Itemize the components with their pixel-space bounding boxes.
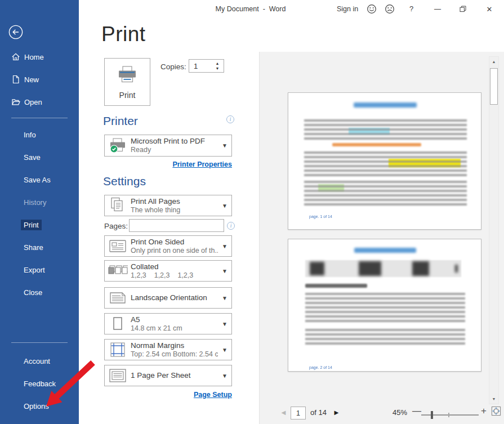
blurred-document-title: [354, 248, 416, 253]
print-all-pages-icon: [105, 197, 131, 215]
collation-dropdown[interactable]: Collated 1,2,3 1,2,3 1,2,3 ▼: [104, 260, 232, 282]
paper-size-icon: [105, 315, 131, 332]
sidebar-item-home[interactable]: Home: [0, 50, 79, 64]
printer-info-icon: i: [226, 115, 234, 123]
zoom-level-label: 45%: [393, 408, 407, 417]
one-sided-icon: [105, 238, 131, 255]
zoom-in-button[interactable]: +: [481, 405, 487, 417]
blurred-paragraph: [304, 119, 467, 142]
sidebar-item-history: History: [0, 195, 79, 209]
preview-page-2: page. 2 of 14: [288, 239, 481, 372]
copies-input[interactable]: [189, 60, 212, 72]
sidebar-item-open[interactable]: Open: [0, 95, 79, 109]
paper-size-dropdown[interactable]: A5 14.8 cm x 21 cm ▼: [104, 313, 232, 334]
scroll-down-icon[interactable]: ▼: [489, 394, 498, 404]
sidebar-item-save[interactable]: Save: [0, 150, 79, 164]
printer-status: Ready: [131, 146, 218, 154]
smiley-feedback-icon[interactable]: [367, 4, 377, 14]
settings-section-heading: Settings: [103, 175, 146, 188]
blurred-document-title: [354, 102, 417, 108]
pages-per-sheet-icon: [105, 367, 131, 384]
blurred-table-header: [305, 260, 461, 277]
sidebar-item-save-as[interactable]: Save As: [0, 173, 79, 186]
scroll-up-icon[interactable]: ▲: [489, 57, 498, 66]
home-icon: [11, 52, 20, 61]
copies-stepper: ▲ ▼: [189, 59, 224, 73]
blurred-paragraph: [305, 329, 465, 346]
chevron-down-icon: ▼: [218, 243, 231, 249]
previous-page-icon[interactable]: ◄: [280, 408, 287, 417]
zoom-out-button[interactable]: —: [412, 406, 421, 416]
preview-page-1: page. 1 of 14: [288, 92, 481, 230]
copies-label: Copies:: [160, 63, 186, 71]
spin-up-icon[interactable]: ▲: [213, 61, 221, 66]
page-count-label: of 14: [310, 408, 327, 417]
sign-in-button[interactable]: Sign in: [337, 5, 358, 13]
page-footer: page. 1 of 14: [309, 215, 332, 218]
printer-section-heading: Printer: [103, 114, 138, 128]
sidebar-item-close[interactable]: Close: [0, 285, 79, 299]
next-page-icon[interactable]: ►: [333, 408, 340, 417]
duplex-dropdown[interactable]: Print One Sided Only print on one side o…: [104, 235, 232, 257]
chevron-down-icon: ▼: [218, 373, 231, 379]
preview-scrollbar[interactable]: ▲ ▼: [489, 56, 499, 404]
collated-icon: [105, 264, 131, 278]
frown-feedback-icon[interactable]: [385, 4, 395, 14]
minimize-button[interactable]: —: [430, 2, 445, 16]
page-setup-link[interactable]: Page Setup: [194, 391, 232, 399]
pages-per-sheet-dropdown[interactable]: 1 Page Per Sheet ▼: [104, 365, 232, 386]
back-button[interactable]: [8, 24, 24, 40]
chevron-down-icon: ▼: [218, 142, 231, 149]
sidebar-divider: [11, 118, 68, 118]
margins-dropdown[interactable]: Normal Margins Top: 2.54 cm Bottom: 2.54…: [104, 339, 232, 360]
close-button[interactable]: ✕: [481, 2, 497, 16]
printer-ready-icon: [105, 138, 131, 154]
blurred-orange-text: [332, 143, 421, 146]
chevron-down-icon: ▼: [218, 268, 231, 274]
margins-icon: [105, 341, 131, 359]
window-title: My Document - Word: [216, 5, 286, 13]
sidebar-item-info[interactable]: Info: [0, 128, 79, 141]
blurred-paragraph: [304, 181, 467, 208]
print-button-label: Print: [119, 91, 136, 100]
sidebar-item-account[interactable]: Account: [0, 354, 79, 368]
orientation-dropdown[interactable]: Landscape Orientation ▼: [104, 287, 232, 309]
print-preview-panel: page. 1 of 14 page. 2 of 14 ▲ ▼ ◄: [259, 52, 504, 424]
printer-properties-link[interactable]: Printer Properties: [172, 160, 232, 168]
pages-label: Pages:: [104, 222, 128, 230]
help-icon[interactable]: ?: [409, 5, 413, 13]
chevron-down-icon: ▼: [218, 321, 231, 327]
blurred-heading: [305, 284, 367, 288]
zoom-to-page-button[interactable]: [490, 405, 503, 418]
print-range-dropdown[interactable]: Print All Pages The whole thing ▼: [104, 195, 232, 216]
backstage-sidebar: Home New Open Info Save Save As History …: [0, 0, 79, 424]
open-folder-icon: [11, 97, 20, 106]
page-footer: page. 2 of 14: [309, 365, 332, 369]
scrollbar-thumb[interactable]: [490, 68, 498, 105]
restore-icon[interactable]: [455, 2, 471, 16]
sidebar-divider: [11, 342, 68, 343]
printer-name: Microsoft Print to PDF: [131, 137, 218, 146]
chevron-down-icon: ▼: [218, 295, 231, 301]
copies-spin-buttons: ▲ ▼: [212, 60, 223, 72]
sidebar-item-share[interactable]: Share: [0, 240, 79, 254]
chevron-down-icon: ▼: [218, 347, 231, 353]
printer-selector-dropdown[interactable]: Microsoft Print to PDF Ready ▼: [104, 135, 232, 157]
print-button[interactable]: Print: [104, 58, 150, 106]
current-page-input[interactable]: [291, 407, 305, 419]
spin-down-icon[interactable]: ▼: [213, 66, 221, 71]
zoom-slider-thumb[interactable]: [431, 411, 433, 419]
sidebar-item-export[interactable]: Export: [0, 263, 79, 276]
page-title: Print: [101, 23, 146, 46]
landscape-icon: [105, 289, 131, 306]
pages-info-icon: i: [227, 222, 235, 230]
sidebar-item-new[interactable]: New: [0, 73, 79, 86]
sidebar-item-print[interactable]: Print: [0, 218, 79, 231]
word-backstage-print-view: My Document - Word Sign in ? — ✕ Home: [0, 0, 504, 424]
printer-icon: [117, 66, 138, 86]
current-page-box: [291, 407, 306, 419]
zoom-slider[interactable]: [421, 414, 479, 416]
sidebar-item-options[interactable]: Options: [0, 399, 79, 413]
sidebar-item-feedback[interactable]: Feedback: [0, 377, 79, 390]
pages-range-input[interactable]: [129, 219, 224, 232]
